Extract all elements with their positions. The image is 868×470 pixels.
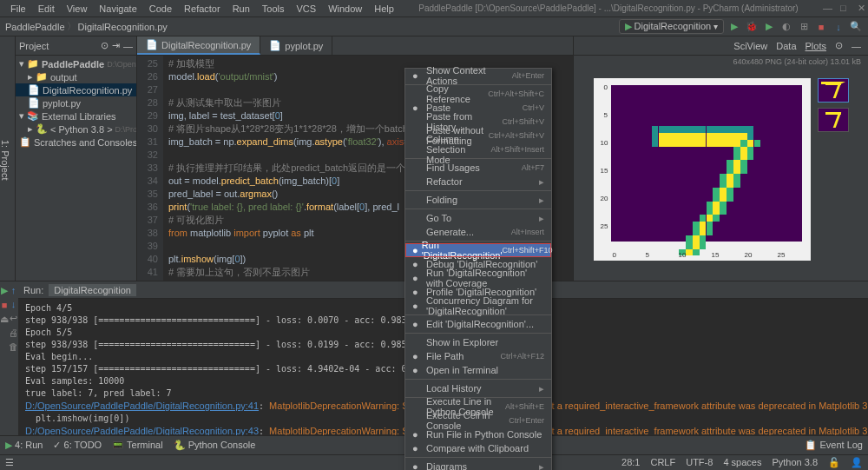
stop-button[interactable]: ■: [814, 20, 828, 34]
bottom-tab-terminal[interactable]: 📟 Terminal: [112, 440, 162, 451]
tree-file-digitalrecognition[interactable]: 📄DigitalRecognition.py: [16, 83, 136, 96]
status-line-sep[interactable]: CRLF: [650, 457, 675, 468]
ctx-edit-digitalrecognition-[interactable]: ●Edit 'DigitalRecognition'...: [405, 317, 551, 331]
menu-view[interactable]: View: [62, 2, 93, 16]
run-tab-name[interactable]: DigitalRecognition: [49, 284, 136, 296]
ctx-run-digitalrecognition-with-coverage[interactable]: ●Run 'DigitalRecognition' with Coverage: [405, 271, 551, 285]
ctx-find-usages[interactable]: Find UsagesAlt+F7: [405, 161, 551, 175]
run-tab-label: Run:: [23, 285, 43, 295]
ctx-column-selection-mode[interactable]: Column Selection ModeAlt+Shift+Insert: [405, 142, 551, 156]
navbar: PaddlePaddle 〉 DigitalRecognition.py ▶ D…: [0, 17, 868, 36]
ctx-execute-cell-in-console[interactable]: Execute Cell in ConsoleCtrl+Enter: [405, 414, 551, 427]
ctx-generate-[interactable]: Generate...Alt+Insert: [405, 225, 551, 239]
menubar: File Edit View Navigate Code Refactor Ru…: [0, 0, 868, 17]
bottom-tab-run[interactable]: ▶ 4: Run: [5, 440, 43, 451]
ctx-run-file-in-python-console[interactable]: ●Run File in Python Console: [405, 427, 551, 441]
plot-thumb-1[interactable]: [818, 78, 849, 103]
status-encoding[interactable]: UTF-8: [686, 457, 713, 468]
project-panel: Project ⊙ ⇥ — ▾📁PaddlePaddle D:\OpenSour…: [16, 36, 137, 281]
minimize-icon[interactable]: —: [818, 1, 828, 16]
editor-tabs: 📄DigitalRecognition.py 📄pyplot.py: [137, 36, 573, 56]
ctx-concurrency-diagram-for-digitalrecognition-[interactable]: ●Concurrency Diagram for 'DigitalRecogni…: [405, 299, 551, 313]
status-inspect-icon[interactable]: 👤: [851, 457, 863, 468]
menu-file[interactable]: File: [5, 2, 31, 16]
plot-thumb-2[interactable]: [818, 108, 849, 132]
run-button[interactable]: ▶: [727, 20, 741, 34]
breadcrumb-file[interactable]: DigitalRecognition.py: [78, 22, 168, 32]
ctx-file-path[interactable]: ●File PathCtrl+Alt+F12: [405, 349, 551, 363]
run-stop-icon[interactable]: ■: [2, 300, 8, 310]
ctx-compare-with-clipboard[interactable]: ●Compare with Clipboard: [405, 441, 551, 455]
search-icon[interactable]: 🔍: [849, 20, 863, 34]
ctx-folding[interactable]: Folding▸: [405, 193, 551, 207]
menu-run[interactable]: Run: [227, 2, 255, 16]
status-interpreter[interactable]: Python 3.8: [772, 457, 818, 468]
plot-figure[interactable]: 0 5 10 15 20 25 0 5 10 15 20 25: [594, 78, 811, 261]
sciview-settings-icon[interactable]: ⊙: [835, 40, 843, 51]
project-tree[interactable]: ▾📁PaddlePaddle D:\OpenSource\Padd ▸📁outp…: [16, 56, 136, 281]
sciview-tab-sciview[interactable]: SciView: [733, 41, 767, 51]
window-title: PaddlePaddle [D:\OpenSource\PaddlePaddle…: [401, 2, 816, 15]
menu-window[interactable]: Window: [323, 2, 367, 16]
sciview-panel: SciView Data Plots ⊙ — 640x480 PNG (24-b…: [573, 36, 868, 281]
bottom-tab-pyconsole[interactable]: 🐍 Python Console: [174, 440, 256, 451]
event-log-button[interactable]: 📋 Event Log: [805, 440, 863, 451]
status-menu-icon[interactable]: ☰: [5, 457, 14, 468]
menu-tools[interactable]: Tools: [257, 2, 290, 16]
editor-context-menu[interactable]: ●Show Context ActionsAlt+EnterCopy Refer…: [404, 68, 552, 470]
close-icon[interactable]: ✕: [852, 1, 863, 16]
breadcrumb-root[interactable]: PaddlePaddle: [5, 22, 65, 32]
tab-pyplot[interactable]: 📄pyplot.py: [260, 36, 332, 55]
run-up-icon[interactable]: ↑: [11, 285, 16, 295]
run-down-icon[interactable]: ↓: [11, 299, 16, 309]
debug-button[interactable]: 🐞: [745, 20, 759, 34]
update-button[interactable]: ↓: [832, 20, 845, 34]
ctx-local-history[interactable]: Local History▸: [405, 381, 551, 395]
ctx-diagrams[interactable]: ●Diagrams▸: [405, 460, 551, 470]
run-config-selector[interactable]: ▶ DigitalRecognition ▾: [619, 19, 724, 34]
bottom-tab-todo[interactable]: ✓ 6: TODO: [53, 440, 102, 451]
status-lock-icon[interactable]: 🔓: [828, 457, 840, 468]
menu-refactor[interactable]: Refactor: [179, 2, 226, 16]
menu-code[interactable]: Code: [144, 2, 177, 16]
run-exit-icon[interactable]: ⏏: [0, 314, 9, 325]
ctx-show-context-actions[interactable]: ●Show Context ActionsAlt+Enter: [405, 69, 551, 83]
sciview-hide-icon[interactable]: —: [852, 41, 861, 51]
maximize-icon[interactable]: □: [835, 1, 845, 16]
concurrency-button[interactable]: ⊞: [797, 20, 811, 34]
run-print-icon[interactable]: 🖨: [9, 328, 18, 338]
ctx-refactor[interactable]: Refactor▸: [405, 175, 551, 189]
ctx-copy-reference[interactable]: Copy ReferenceCtrl+Alt+Shift+C: [405, 87, 551, 101]
project-settings-icon[interactable]: ⊙: [101, 40, 108, 51]
status-caret-pos[interactable]: 28:1: [621, 457, 640, 468]
run-wrap-icon[interactable]: ↩: [10, 313, 17, 324]
menu-vcs[interactable]: VCS: [292, 2, 322, 16]
tab-digitalrecognition[interactable]: 📄DigitalRecognition.py: [137, 36, 260, 55]
ctx-go-to[interactable]: Go To▸: [405, 211, 551, 225]
menu-navigate[interactable]: Navigate: [94, 2, 141, 16]
ctx-show-in-explorer[interactable]: Show in Explorer: [405, 335, 551, 349]
plot-info: 640x480 PNG (24-bit color) 13.01 kB: [574, 56, 868, 71]
ctx-open-in-terminal[interactable]: ●Open in Terminal: [405, 363, 551, 377]
run-rerun-icon[interactable]: ▶: [1, 285, 8, 296]
project-collapse-icon[interactable]: ⇥: [112, 40, 120, 51]
left-gutter: 1: Project: [0, 36, 16, 281]
run-clear-icon[interactable]: 🗑: [9, 341, 18, 352]
profile-button[interactable]: ◐: [779, 20, 793, 34]
menu-edit[interactable]: Edit: [33, 2, 60, 16]
coverage-button[interactable]: ▶: [762, 20, 776, 34]
status-indent[interactable]: 4 spaces: [723, 457, 761, 468]
project-tool-tab[interactable]: 1: Project: [0, 140, 10, 180]
project-panel-title: Project: [19, 41, 49, 51]
ctx-run-digitalrecognition-[interactable]: ●Run 'DigitalRecognition'Ctrl+Shift+F10: [405, 243, 551, 257]
project-hide-icon[interactable]: —: [123, 41, 133, 51]
line-gutter: 2526272829303132333435363738394041424344: [137, 56, 163, 281]
menu-help[interactable]: Help: [369, 2, 399, 16]
sciview-tab-data[interactable]: Data: [776, 41, 796, 51]
sciview-tab-plots[interactable]: Plots: [806, 41, 826, 51]
breadcrumb: PaddlePaddle 〉 DigitalRecognition.py: [5, 20, 168, 33]
